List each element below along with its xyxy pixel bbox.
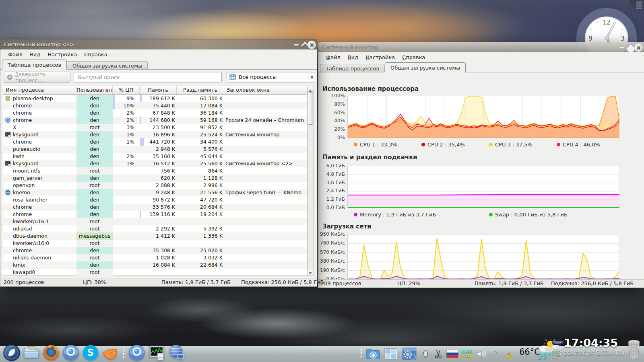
process-shared-memory: 17 084 K: [177, 102, 224, 109]
table-row[interactable]: knemoden9 248 K21 556 KТрафик через tun0…: [3, 189, 307, 196]
table-row[interactable]: ksysguardden1%16 512 K25 560 KСистемный …: [3, 160, 307, 167]
table-row[interactable]: kworker/u16:0root: [3, 240, 307, 247]
table-row[interactable]: udisksdroot2 292 K5 392 K: [3, 225, 307, 232]
column-shared-memory[interactable]: Разд.память: [177, 86, 224, 95]
panel-clock-time[interactable]: 17:04:35: [563, 337, 619, 349]
system-tray: 0.4K1.0K: [359, 346, 521, 362]
tab-system-load[interactable]: Общая загрузка системы: [67, 61, 148, 70]
table-row[interactable]: Xroot3%23 500 K91 852 K: [3, 124, 307, 131]
legend-dot: [557, 143, 560, 146]
column-name[interactable]: Имя процесса: [3, 86, 76, 95]
table-row[interactable]: kmixden16 084 K22 684 K: [3, 261, 307, 269]
table-row[interactable]: plasma-desktopden9%189 612 K60 300 K: [3, 95, 307, 102]
trash-icon[interactable]: [626, 339, 642, 362]
process-memory: 23 500 K: [140, 124, 177, 131]
table-row[interactable]: pulseaudioden2 948 K5 576 K: [3, 146, 307, 153]
table-row[interactable]: chromeden1%441 720 K34 400 K: [3, 138, 307, 146]
maximize-button[interactable]: [627, 45, 633, 50]
titlebar[interactable]: Системный монитор <2>: [0, 39, 317, 49]
volume-icon[interactable]: [475, 348, 487, 360]
table-row[interactable]: openvpnroot2 088 K2 996 K: [3, 182, 307, 189]
minimize-button[interactable]: [293, 42, 299, 47]
column-cpu[interactable]: % ЦП: [113, 86, 140, 95]
table-row[interactable]: ksysguardden1%16 896 K25 524 KСистемный …: [3, 131, 307, 138]
titlebar[interactable]: Системный монитор: [318, 42, 644, 52]
chromium-launcher-icon[interactable]: [128, 344, 145, 361]
end-process-button[interactable]: Завершить процесс...: [4, 72, 70, 83]
minimize-button[interactable]: [619, 45, 625, 50]
table-row[interactable]: kworker/u16:1root: [3, 218, 307, 225]
process-filter-combobox[interactable]: Все процессы: [227, 72, 315, 82]
table-row[interactable]: gam_serverden620 K1 128 K: [3, 175, 307, 182]
table-scrollbar[interactable]: [308, 86, 314, 276]
table-header[interactable]: Имя процесса Пользователь % ЦП Память Ра…: [3, 86, 307, 95]
process-shared-memory: 20 684 K: [177, 204, 224, 211]
panel-clock-date[interactable]: 8 сентября 2014-Пн: [555, 349, 627, 357]
legend-dot: [421, 143, 425, 146]
process-memory: [140, 240, 177, 247]
menu-file[interactable]: Файл: [4, 51, 26, 58]
table-row[interactable]: chromeden2%144 680 K59 168 KРоссия 24 он…: [3, 117, 307, 124]
ksysguard-launcher-icon[interactable]: [148, 344, 165, 361]
quick-search-input[interactable]: [74, 72, 222, 82]
process-window-title: [224, 153, 307, 160]
menu-help[interactable]: Справка: [80, 51, 111, 58]
folder-download-icon[interactable]: [365, 346, 381, 362]
process-shared-memory: 36 184 K: [177, 109, 224, 117]
notification-bell-icon[interactable]: [421, 349, 430, 359]
column-user[interactable]: Пользователь: [76, 86, 113, 95]
menubar: Файл Вид Настройка Справка: [0, 49, 317, 59]
menu-view[interactable]: Вид: [344, 54, 362, 60]
folder-manager-launcher-icon[interactable]: [23, 344, 40, 361]
menu-help[interactable]: Справка: [398, 54, 429, 60]
clementine-launcher-icon[interactable]: [102, 344, 119, 361]
combo-spinner[interactable]: [308, 72, 315, 82]
table-row[interactable]: chromeden10%75 440 K17 084 K: [3, 102, 307, 109]
tab-process-table[interactable]: Таблица процессов: [320, 64, 385, 72]
chromium-launcher-icon[interactable]: [62, 344, 79, 361]
keyboard-flag-ru-icon[interactable]: [446, 350, 458, 358]
column-memory[interactable]: Память: [140, 86, 177, 95]
rosa-launcher-launcher-icon[interactable]: [3, 344, 20, 361]
tab-system-load[interactable]: Общая загрузка системы: [385, 62, 466, 72]
wifi-lock-icon[interactable]: [502, 349, 512, 359]
process-memory: 756 K: [140, 167, 177, 175]
close-button[interactable]: [634, 43, 643, 52]
process-shared-memory: 5 576 K: [177, 146, 224, 153]
desktop-pager-icon[interactable]: [384, 347, 398, 361]
table-row[interactable]: rosa-launcherden90 872 K47 720 K: [3, 196, 307, 204]
table-row[interactable]: chromeden2%67 848 K36 184 K: [3, 109, 307, 117]
table-row[interactable]: mount.ntfsroot756 K864 K: [3, 167, 307, 175]
table-row[interactable]: chromeden33 576 K20 684 K: [3, 204, 307, 211]
table-row[interactable]: dbus-daemonmessagebus1 412 K1 336 K: [3, 232, 307, 240]
menu-settings[interactable]: Настройка: [44, 51, 80, 58]
network-globe-launcher-icon[interactable]: [168, 344, 185, 361]
scrollbar-thumb[interactable]: [308, 93, 313, 125]
system-settings-icon[interactable]: [401, 346, 418, 362]
process-memory: 16 512 K: [140, 160, 177, 167]
table-row[interactable]: kwinden2%35 160 K45 644 K: [3, 153, 307, 160]
table-row[interactable]: chromeden35 308 K25 020 K: [3, 247, 307, 254]
menu-settings[interactable]: Настройка: [362, 54, 398, 60]
menu-view[interactable]: Вид: [26, 51, 44, 58]
scrollbar-down-arrow[interactable]: [308, 270, 314, 276]
process-user: den: [76, 189, 113, 196]
close-button[interactable]: [308, 41, 316, 49]
firefox-launcher-icon[interactable]: [43, 344, 60, 361]
column-window-title[interactable]: Заголовок окна: [224, 86, 307, 95]
tab-process-table[interactable]: Таблица процессов: [2, 60, 67, 70]
network-signal-icon[interactable]: [489, 349, 499, 359]
table-row[interactable]: udisks-daemonroot1 028 K3 032 K: [3, 254, 307, 261]
process-table: Имя процесса Пользователь % ЦП Память Ра…: [3, 86, 308, 276]
klipper-scissors-icon[interactable]: [433, 349, 444, 359]
maximize-button[interactable]: [301, 42, 307, 47]
process-window-title: Россия 24 онлайн – Chromium: [224, 117, 307, 124]
table-row[interactable]: chromeden139 116 K19 204 K: [3, 211, 307, 218]
scrollbar-up-arrow[interactable]: [308, 86, 314, 92]
net-speed-indicator[interactable]: 0.4K1.0K: [461, 350, 473, 358]
process-shared-memory: 1 336 K: [177, 232, 224, 240]
table-row[interactable]: kswapd0root: [3, 269, 307, 276]
menu-file[interactable]: Файл: [322, 54, 344, 60]
process-memory: 16 896 K: [140, 131, 177, 138]
skype-launcher-icon[interactable]: S: [82, 344, 99, 361]
